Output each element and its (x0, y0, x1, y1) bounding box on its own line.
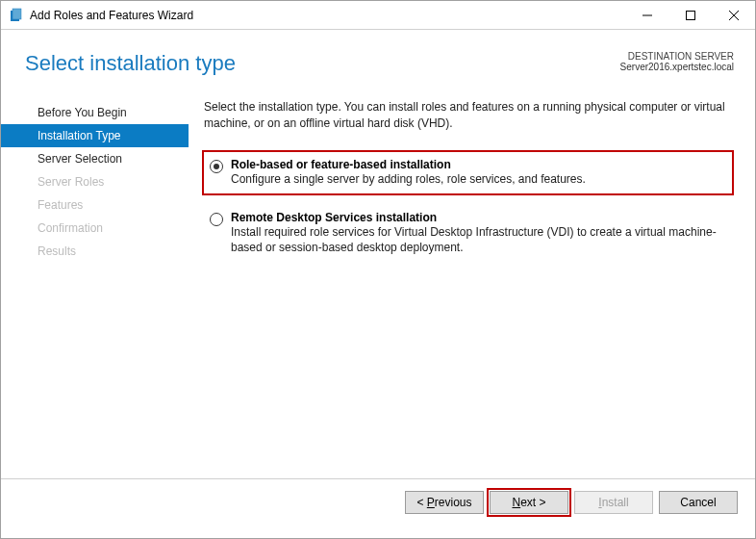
titlebar: Add Roles and Features Wizard (1, 1, 755, 30)
window-controls (625, 1, 755, 29)
sidebar-item-server-roles: Server Roles (1, 170, 189, 193)
radio-role-based[interactable] (210, 160, 223, 173)
minimize-button[interactable] (625, 1, 668, 29)
sidebar-item-before-you-begin[interactable]: Before You Begin (1, 101, 189, 124)
sidebar-item-server-selection[interactable]: Server Selection (1, 147, 189, 170)
next-button[interactable]: Next > (490, 491, 568, 514)
option-title: Remote Desktop Services installation (231, 211, 732, 224)
destination-server: Server2016.xpertstec.local (620, 62, 734, 72)
destination-label: DESTINATION SERVER (620, 51, 734, 62)
close-button[interactable] (712, 1, 755, 29)
page-title: Select installation type (25, 51, 620, 76)
previous-button[interactable]: < Previous (405, 491, 484, 514)
window-title: Add Roles and Features Wizard (30, 9, 625, 22)
wizard-icon (9, 8, 24, 23)
cancel-button[interactable]: Cancel (659, 491, 738, 514)
option-desc: Install required role services for Virtu… (231, 224, 732, 257)
intro-text: Select the installation type. You can in… (204, 99, 734, 133)
svg-rect-3 (686, 11, 694, 19)
main-area: Before You Begin Installation Type Serve… (1, 84, 755, 478)
sidebar-item-installation-type[interactable]: Installation Type (1, 124, 189, 147)
option-desc: Configure a single server by adding role… (231, 171, 726, 188)
radio-remote-desktop[interactable] (210, 213, 223, 226)
install-button: Install (574, 491, 653, 514)
option-title: Role-based or feature-based installation (231, 158, 726, 171)
option-body: Role-based or feature-based installation… (231, 158, 726, 188)
content: Select the installation type. You can in… (189, 84, 755, 478)
footer: < Previous Next > Install Cancel (1, 478, 755, 525)
svg-rect-1 (13, 9, 21, 19)
sidebar: Before You Begin Installation Type Serve… (1, 84, 189, 478)
maximize-button[interactable] (668, 1, 712, 29)
sidebar-item-confirmation: Confirmation (1, 217, 189, 240)
header: Select installation type DESTINATION SER… (1, 30, 755, 84)
destination-block: DESTINATION SERVER Server2016.xpertstec.… (620, 51, 734, 72)
option-remote-desktop[interactable]: Remote Desktop Services installation Ins… (204, 207, 734, 263)
option-role-based[interactable]: Role-based or feature-based installation… (202, 150, 734, 195)
sidebar-item-results: Results (1, 240, 189, 263)
option-body: Remote Desktop Services installation Ins… (231, 211, 732, 257)
sidebar-item-features: Features (1, 193, 189, 217)
